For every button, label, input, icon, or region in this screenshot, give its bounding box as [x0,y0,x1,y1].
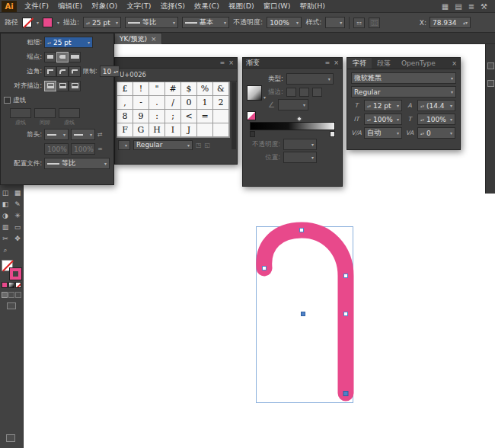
font-style-combo[interactable]: Regular ▾ [351,86,456,98]
glyph-cell[interactable]: , [117,96,133,110]
dash-field-1[interactable] [10,108,31,118]
glyph-cell[interactable]: 9 [133,110,149,123]
menu-file[interactable]: 文件(F) [20,2,53,11]
draw-behind-button[interactable] [8,292,14,298]
chevron-down-icon[interactable]: ▾ [63,132,65,137]
glyph-cell[interactable] [197,123,213,137]
align-outside-button[interactable] [69,81,81,91]
arrowhead-start-combo[interactable]: ▾ [44,129,69,140]
chevron-down-icon[interactable]: ▾ [173,20,175,25]
brush-definition-combo[interactable]: 基本 ▾ [182,17,229,28]
chevron-down-icon[interactable]: ▾ [450,130,452,136]
horizontal-scale-combo[interactable]: ▴▾ 100% ▾ [417,114,455,125]
opacity-combo[interactable]: 100% ▾ [267,17,302,28]
menu-edit[interactable]: 编辑(E) [53,2,87,11]
swap-arrowheads-icon[interactable]: ⇄ [97,131,103,138]
chevron-down-icon[interactable]: ▾ [311,155,314,160]
chevron-down-icon[interactable]: ▾ [450,117,452,122]
chevron-down-icon[interactable]: ▾ [90,132,92,137]
dashed-line-checkbox[interactable] [4,97,11,104]
fill-color-swatch[interactable] [22,18,32,27]
panel-menu-icon[interactable]: ≡ [220,59,225,66]
collapsed-panel-icon[interactable] [6,434,15,442]
font-family-combo[interactable]: ▾ [118,140,130,150]
kerning-combo[interactable]: 自动 ▾ [364,127,402,139]
close-panel-icon[interactable]: × [334,59,339,66]
stroke-proxy-pink[interactable] [10,268,21,280]
menu-effect[interactable]: 效果(C) [190,2,224,11]
arrange-documents-icon[interactable]: ▦ [442,2,449,11]
align-inside-button[interactable] [56,81,69,91]
glyph-cell[interactable] [213,110,229,123]
stroke-gradient-within-button[interactable] [286,88,296,97]
chevron-down-icon[interactable]: ▾ [296,20,299,25]
workspace-switcher-icon[interactable]: ▤ [455,2,461,11]
tab-character[interactable]: 字符 [347,58,372,69]
glyph-cell[interactable]: J [181,123,197,137]
transform-options-icon[interactable]: ⿲ [369,18,380,28]
chevron-down-icon[interactable]: ▾ [187,142,190,148]
draw-inside-button[interactable] [15,292,21,298]
glyph-cell[interactable]: 0 [181,96,197,110]
chevron-down-icon[interactable]: ▾ [328,76,331,82]
chevron-down-icon[interactable]: ▾ [125,142,127,148]
shape-builder-tool-icon[interactable]: ◫ [0,187,11,198]
close-panel-icon[interactable]: × [452,60,457,67]
width-profile-combo[interactable]: 等比 ▾ [125,17,178,28]
glyph-cell[interactable]: : [149,110,165,123]
miter-limit-field[interactable]: 10 ▴▾ [100,66,120,77]
stepper-icon[interactable]: ▴▾ [367,118,371,121]
chevron-down-icon[interactable]: ▾ [397,117,399,122]
close-tab-icon[interactable]: × [151,35,157,43]
round-join-button[interactable] [56,66,69,77]
arrow-scale-start-field[interactable]: 100% [44,143,69,155]
stepper-icon[interactable]: ▴▾ [463,21,468,24]
fill-stroke-indicator[interactable] [2,260,21,280]
arrowhead-end-combo[interactable]: ▾ [71,129,95,140]
chevron-down-icon[interactable]: ▾ [224,20,226,25]
stepper-icon[interactable]: ▴▾ [367,104,371,107]
menu-help[interactable]: 帮助(H) [295,2,330,11]
draw-normal-button[interactable] [2,292,8,298]
screen-mode-button[interactable] [7,302,16,309]
font-family-combo[interactable]: 微软雅黑 ▾ [351,72,456,84]
gradient-mode-button[interactable] [8,282,14,288]
chevron-down-icon[interactable]: ▾ [303,102,305,107]
projecting-cap-button[interactable] [69,52,81,62]
glyphs-scrollbar[interactable] [232,82,236,149]
zoom-out-glyphs-icon[interactable]: ◳ [196,142,202,149]
glyph-cell[interactable]: % [197,82,213,96]
menu-select[interactable]: 选择(S) [155,2,189,11]
menu-object[interactable]: 对象(O) [87,2,122,11]
menu-window[interactable]: 窗口(W) [259,2,295,11]
chevron-down-icon[interactable]: ▾ [340,20,342,25]
miter-join-button[interactable] [44,66,56,77]
artboard-tool-icon[interactable]: ▭ [12,222,23,232]
align-options-icon[interactable]: ⚏ [353,18,365,28]
glyph-cell[interactable]: £ [117,82,133,96]
color-mode-button[interactable] [2,282,8,288]
glyph-cell[interactable]: ! [133,82,149,96]
gradient-midpoint-handle[interactable] [295,116,302,122]
glyph-cell[interactable]: # [165,82,181,96]
glyph-cell[interactable]: G [133,123,149,137]
stroke-gradient-along-button[interactable] [299,88,309,97]
chevron-down-icon[interactable]: ▾ [397,103,399,108]
glyph-cell[interactable]: . [149,96,165,110]
collapsed-panel-icon[interactable] [487,80,494,87]
collapsed-panel-icon[interactable] [487,62,494,69]
x-position-combo[interactable]: 78.934 ▴▾ [430,17,471,28]
chevron-down-icon[interactable]: ▾ [311,142,314,147]
cs-live-icon[interactable]: ≣ [468,2,474,11]
gradient-swatch[interactable] [247,85,262,101]
stop-opacity-combo[interactable]: ▾ [283,139,317,150]
none-mode-button[interactable] [15,282,21,288]
glyph-cell[interactable]: = [197,110,213,123]
round-cap-button[interactable] [56,52,69,62]
stroke-color-swatch[interactable] [43,18,53,27]
gap-field-1[interactable] [34,108,56,118]
panel-menu-icon[interactable]: ≡ [325,59,331,66]
style-combo[interactable]: ▾ [325,17,345,28]
vertical-scale-combo[interactable]: ▴▾ 100% ▾ [364,114,402,125]
butt-cap-button[interactable] [44,52,56,62]
